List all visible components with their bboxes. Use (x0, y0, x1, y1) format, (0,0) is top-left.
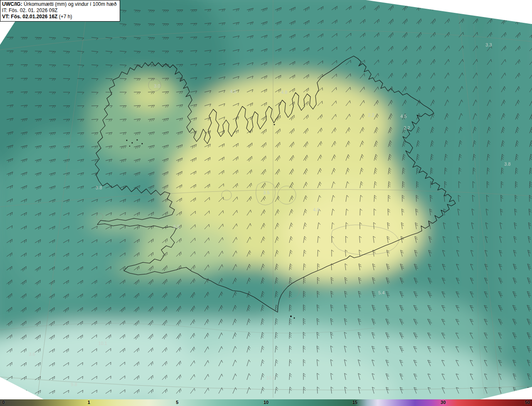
precip-value-label: 10.1 (98, 341, 107, 346)
colorbar-tick-15: 15 (352, 400, 357, 405)
precip-value-label: 4.0 (313, 207, 319, 212)
precipitation-field (0, 0, 532, 399)
title-box: UWC/IG: Úrkomumætti (mm) og vindur í 100… (0, 0, 120, 22)
precip-value-label: 3.0 (154, 83, 160, 88)
colorbar-tick-50: 50 (525, 400, 530, 405)
precip-value-label: 3.8 (504, 161, 510, 166)
colorbar-tick-5: 5 (176, 400, 178, 405)
precip-value-label: 9.8 (71, 382, 77, 387)
precip-value-label: 5.5 (173, 224, 180, 229)
colorbar: 01510153050 (0, 399, 532, 406)
precip-value-label: 2.2 (404, 125, 410, 130)
init-time: IT: Fös. 02. 01. 2026 09Z (2, 7, 116, 14)
colorbar-tick-30: 30 (441, 400, 446, 405)
precip-value-label: 3.6 (29, 352, 35, 357)
weather-map-screen: 3.33.04.54.82.24.52.23.83.83.54.05.55.41… (0, 0, 532, 406)
colorbar-tick-0: 0 (2, 400, 5, 405)
product-source: UWC/IG: (2, 1, 22, 7)
precip-value-label: 3.3 (485, 42, 492, 47)
precip-value-label: 4.8 (281, 90, 287, 95)
precip-value-label: 3.8 (96, 185, 102, 190)
precip-value-label: 3.5 (263, 190, 269, 195)
colorbar-tick-1: 1 (88, 400, 90, 405)
precip-value-label: 2.2 (368, 113, 374, 117)
precip-value-label: 4.5 (230, 89, 236, 94)
map-canvas: 3.33.04.54.82.24.52.23.83.83.54.05.55.41… (0, 0, 532, 399)
precip-value-label: 5.4 (378, 290, 384, 295)
valid-time: VT: Fös. 02.01.2026 16Z (+7 h) (2, 14, 116, 20)
product-title: UWC/IG: Úrkomumætti (mm) og vindur í 100… (2, 1, 116, 7)
precip-value-label: 4.5 (400, 114, 406, 119)
colorbar-tick-10: 10 (264, 400, 268, 405)
precip-value-label: 10.2 (266, 375, 275, 380)
